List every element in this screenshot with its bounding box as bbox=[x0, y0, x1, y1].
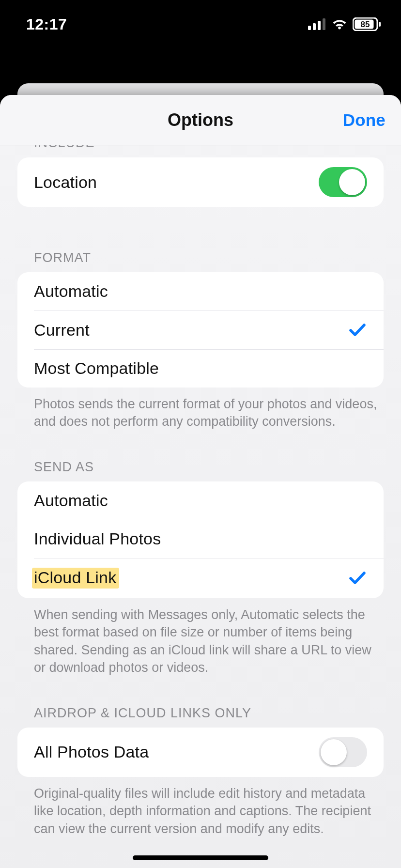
row-label-all-photos: All Photos Data bbox=[34, 743, 149, 761]
done-button[interactable]: Done bbox=[343, 110, 386, 130]
row-sendas-automatic[interactable]: Automatic bbox=[17, 481, 384, 520]
section-header-airdrop: AIRDROP & ICLOUD LINKS ONLY bbox=[0, 677, 401, 728]
row-label: Automatic bbox=[34, 282, 108, 301]
footer-format: Photos sends the current format of your … bbox=[0, 388, 401, 431]
battery-icon: 85 bbox=[353, 17, 382, 31]
cellular-icon bbox=[308, 18, 326, 30]
device-frame: 12:17 85 Options bbox=[0, 0, 401, 868]
content: INCLUDE Location FORMAT Automatic bbox=[0, 145, 401, 837]
group-airdrop: All Photos Data bbox=[17, 728, 384, 777]
section-header-format: FORMAT bbox=[0, 207, 401, 272]
row-label-location: Location bbox=[34, 173, 97, 192]
row-format-automatic[interactable]: Automatic bbox=[17, 272, 384, 310]
section-header-send-as: SEND AS bbox=[0, 431, 401, 481]
svg-rect-1 bbox=[313, 23, 316, 30]
page-title: Options bbox=[168, 110, 233, 130]
section-header-include: INCLUDE bbox=[0, 145, 401, 157]
row-label: Automatic bbox=[34, 491, 108, 510]
row-sendas-icloud-link[interactable]: iCloud Link bbox=[17, 558, 384, 598]
navbar: Options Done bbox=[0, 95, 401, 145]
toggle-knob bbox=[321, 739, 347, 765]
svg-rect-0 bbox=[308, 26, 311, 30]
scroll-area[interactable]: INCLUDE Location FORMAT Automatic bbox=[0, 145, 401, 868]
checkmark-icon bbox=[348, 320, 367, 340]
group-send-as: Automatic Individual Photos iCloud Link bbox=[17, 481, 384, 598]
home-indicator bbox=[133, 855, 268, 860]
svg-rect-6 bbox=[379, 22, 381, 27]
row-label: Current bbox=[34, 321, 90, 340]
options-sheet: Options Done INCLUDE Location FORMAT bbox=[0, 95, 401, 868]
footer-airdrop: Original-quality files will include edit… bbox=[0, 777, 401, 837]
group-format: Automatic Current Most Compatible bbox=[17, 272, 384, 388]
toggle-knob bbox=[339, 169, 365, 195]
row-format-most-compatible[interactable]: Most Compatible bbox=[17, 349, 384, 388]
svg-text:85: 85 bbox=[361, 20, 370, 29]
footer-send-as: When sending with Messages only, Automat… bbox=[0, 598, 401, 677]
status-indicators: 85 bbox=[308, 17, 382, 31]
status-bar: 12:17 85 bbox=[0, 0, 401, 48]
row-location[interactable]: Location bbox=[17, 157, 384, 207]
row-label: Most Compatible bbox=[34, 359, 159, 378]
toggle-all-photos-data[interactable] bbox=[319, 737, 367, 767]
wifi-icon bbox=[331, 18, 348, 30]
row-all-photos-data[interactable]: All Photos Data bbox=[17, 728, 384, 777]
row-sendas-individual[interactable]: Individual Photos bbox=[17, 520, 384, 558]
row-format-current[interactable]: Current bbox=[17, 310, 384, 349]
svg-rect-3 bbox=[323, 18, 325, 30]
status-time: 12:17 bbox=[26, 16, 67, 33]
svg-rect-2 bbox=[318, 21, 321, 30]
group-include: Location bbox=[17, 157, 384, 207]
row-label-highlighted: iCloud Link bbox=[32, 568, 119, 589]
toggle-location[interactable] bbox=[319, 167, 367, 197]
row-label: Individual Photos bbox=[34, 529, 161, 548]
checkmark-icon bbox=[348, 568, 367, 588]
